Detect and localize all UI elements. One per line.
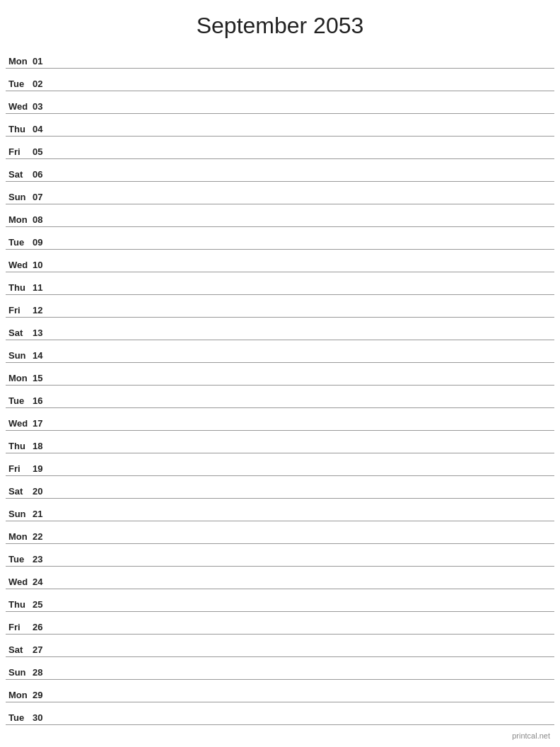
day-row: Sun14 [6, 340, 554, 363]
day-name: Fri [6, 622, 33, 632]
day-name: Sun [6, 509, 33, 519]
page-title: September 2053 [0, 0, 560, 46]
day-row: Wed03 [6, 91, 554, 114]
day-row: Thu25 [6, 589, 554, 612]
day-row: Mon15 [6, 363, 554, 386]
day-row: Tue09 [6, 227, 554, 250]
day-number: 16 [33, 395, 54, 406]
day-row: Sat27 [6, 635, 554, 657]
day-name: Wed [6, 418, 33, 429]
day-number: 09 [33, 237, 54, 248]
day-name: Wed [6, 577, 33, 587]
day-name: Tue [6, 395, 33, 406]
day-name: Tue [6, 554, 33, 564]
day-number: 07 [33, 192, 54, 202]
day-number: 25 [33, 599, 54, 610]
day-number: 03 [33, 101, 54, 112]
day-name: Fri [6, 305, 33, 315]
day-number: 27 [33, 644, 54, 655]
day-name: Sat [6, 486, 33, 497]
day-number: 02 [33, 79, 54, 89]
day-row: Thu11 [6, 272, 554, 295]
day-number: 11 [33, 282, 54, 293]
day-name: Sat [6, 169, 33, 180]
day-row: Sat06 [6, 159, 554, 182]
day-number: 22 [33, 531, 54, 542]
day-number: 14 [33, 350, 54, 361]
day-name: Sat [6, 328, 33, 338]
day-row: Thu18 [6, 431, 554, 453]
day-number: 01 [33, 56, 54, 66]
day-row: Tue02 [6, 69, 554, 91]
day-row: Sat13 [6, 318, 554, 340]
day-row: Tue23 [6, 544, 554, 567]
day-number: 18 [33, 441, 54, 451]
watermark: printcal.net [512, 731, 550, 740]
day-number: 29 [33, 690, 54, 700]
day-number: 19 [33, 463, 54, 474]
day-name: Thu [6, 282, 33, 293]
day-name: Thu [6, 599, 33, 610]
day-name: Sun [6, 667, 33, 678]
day-number: 05 [33, 146, 54, 157]
calendar-grid: Mon01Tue02Wed03Thu04Fri05Sat06Sun07Mon08… [0, 46, 560, 725]
day-number: 06 [33, 169, 54, 180]
day-row: Tue30 [6, 702, 554, 725]
day-name: Mon [6, 373, 33, 383]
day-row: Sat20 [6, 476, 554, 499]
day-row: Mon22 [6, 521, 554, 544]
day-row: Mon01 [6, 46, 554, 69]
day-name: Fri [6, 146, 33, 157]
day-name: Thu [6, 441, 33, 451]
day-row: Fri05 [6, 137, 554, 159]
day-name: Sat [6, 644, 33, 655]
day-number: 23 [33, 554, 54, 564]
day-row: Fri26 [6, 612, 554, 635]
day-number: 10 [33, 260, 54, 270]
day-name: Sun [6, 192, 33, 202]
day-name: Tue [6, 237, 33, 248]
day-row: Wed24 [6, 567, 554, 589]
day-number: 28 [33, 667, 54, 678]
day-name: Mon [6, 690, 33, 700]
day-number: 08 [33, 214, 54, 225]
day-row: Mon08 [6, 204, 554, 227]
day-number: 17 [33, 418, 54, 429]
day-name: Mon [6, 56, 33, 66]
day-name: Wed [6, 260, 33, 270]
day-name: Fri [6, 463, 33, 474]
day-name: Sun [6, 350, 33, 361]
day-row: Wed17 [6, 408, 554, 431]
day-number: 24 [33, 577, 54, 587]
day-row: Tue16 [6, 386, 554, 408]
day-number: 21 [33, 509, 54, 519]
day-name: Thu [6, 124, 33, 134]
day-row: Mon29 [6, 680, 554, 702]
day-row: Wed10 [6, 250, 554, 272]
day-row: Sun21 [6, 499, 554, 521]
day-row: Fri19 [6, 453, 554, 476]
day-name: Wed [6, 101, 33, 112]
day-number: 04 [33, 124, 54, 134]
day-number: 15 [33, 373, 54, 383]
day-row: Sun28 [6, 657, 554, 680]
day-number: 20 [33, 486, 54, 497]
day-number: 13 [33, 328, 54, 338]
day-row: Sun07 [6, 182, 554, 204]
day-name: Tue [6, 79, 33, 89]
day-number: 30 [33, 712, 54, 723]
day-row: Thu04 [6, 114, 554, 137]
day-number: 12 [33, 305, 54, 315]
day-name: Mon [6, 214, 33, 225]
day-name: Mon [6, 531, 33, 542]
day-number: 26 [33, 622, 54, 632]
day-name: Tue [6, 712, 33, 723]
day-row: Fri12 [6, 295, 554, 318]
